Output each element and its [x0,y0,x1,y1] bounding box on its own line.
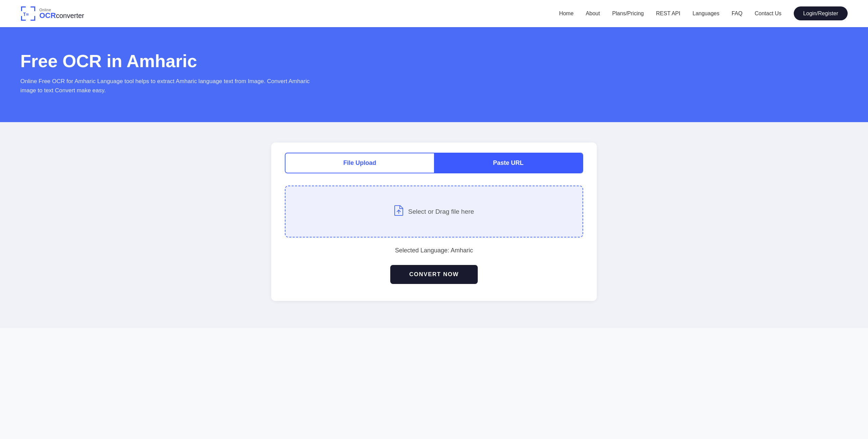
nav-plans-pricing[interactable]: Plans/Pricing [612,11,644,16]
file-upload-icon [394,205,403,218]
nav-home[interactable]: Home [559,11,574,16]
tab-paste-url[interactable]: Paste URL [434,153,583,173]
nav-rest-api[interactable]: REST API [656,11,680,16]
svg-rect-1 [21,6,22,11]
nav-about[interactable]: About [586,11,600,16]
selected-language-label: Selected Language: Amharic [285,247,583,254]
svg-text:T=: T= [23,12,29,17]
svg-rect-5 [21,16,22,21]
nav-faq[interactable]: FAQ [732,11,743,16]
brand-text: Online OCRconverter [39,8,84,19]
hero-section: Free OCR in Amharic Online Free OCR for … [0,27,868,122]
nav-languages[interactable]: Languages [692,11,719,16]
drop-zone-label: Select or Drag file here [408,208,474,215]
navbar: T= Online OCRconverter Home About Plans/… [0,0,868,27]
nav-contact-us[interactable]: Contact Us [755,11,782,16]
convert-now-button[interactable]: CONVERT NOW [390,265,478,284]
svg-rect-7 [34,16,35,21]
tab-switcher: File Upload Paste URL [285,153,583,173]
hero-subtitle: Online Free OCR for Amharic Language too… [20,77,326,95]
tab-file-upload[interactable]: File Upload [285,153,434,173]
brand-logo-link[interactable]: T= Online OCRconverter [20,6,84,21]
converter-card: File Upload Paste URL Select or Drag fil… [271,142,597,301]
brand-name-label: OCRconverter [39,12,84,19]
main-content: File Upload Paste URL Select or Drag fil… [0,122,868,328]
nav-links: Home About Plans/Pricing REST API Langua… [559,11,848,17]
hero-title: Free OCR in Amharic [20,51,848,71]
svg-rect-3 [34,6,35,11]
ocr-logo-icon: T= [20,6,36,21]
login-register-button[interactable]: Login/Register [794,6,848,20]
file-drop-zone[interactable]: Select or Drag file here [285,186,583,237]
